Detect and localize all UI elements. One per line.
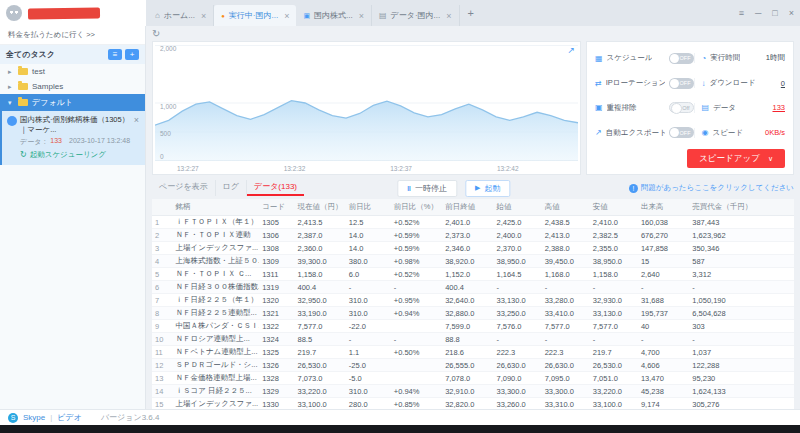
info-icon: !	[629, 184, 638, 193]
video-link[interactable]: ビデオ	[57, 412, 82, 423]
skype-icon: S	[8, 413, 18, 423]
table-row[interactable]: 1ｉＦＴＯＰＩＸ（年１）13052,413.512.5+0.52%2,401.0…	[152, 216, 794, 229]
column-header: 前日終値	[442, 199, 493, 216]
download-icon: ↓	[702, 79, 706, 88]
folder-label: test	[32, 67, 45, 76]
tab-data-domestic[interactable]: ▤データ·国内...×	[372, 5, 460, 26]
auto-export-toggle[interactable]: OFF	[669, 127, 694, 138]
folder-test[interactable]: ▸test	[0, 64, 145, 79]
table-row[interactable]: 3上場インデックスファ...13082,360.014.0+0.59%2,346…	[152, 242, 794, 255]
table-row[interactable]: 7ｉＦ日経２２５（年１）132032,950.0310.0+0.95%32,64…	[152, 294, 794, 307]
table-row[interactable]: 13ＮＦ金価格連動型上場...13287,073.0-5.07,078.07,0…	[152, 372, 794, 385]
task-icon	[7, 116, 17, 126]
data-count-value[interactable]: 133	[772, 103, 785, 112]
stock-tab-icon: ▣	[303, 12, 310, 20]
tab-close-icon[interactable]: ×	[284, 11, 289, 21]
tab-domestic-stocks[interactable]: ▣国内株式...×	[296, 5, 372, 26]
column-header: 前日比（%）	[391, 199, 442, 216]
help-text: 問題があったらここをクリックしてください	[641, 183, 794, 193]
tab-label: 国内株式...	[314, 10, 353, 21]
start-label: 起動	[484, 183, 500, 194]
view-tab-データ(133)[interactable]: データ(133)	[247, 180, 304, 196]
table-row[interactable]: 9中国Ａ株パンダ・ＣＳＩ...13227,577.0-22.07,599.07,…	[152, 320, 794, 333]
pause-button[interactable]: ‖ 一時停止	[397, 180, 457, 197]
chevron-right-icon: ▸	[8, 83, 14, 91]
task-close-icon[interactable]: ×	[134, 115, 139, 125]
stat-speed: ◉スピード0KB/s	[694, 128, 785, 138]
table-header: 銘柄コード現在値（円）前日比前日比（%）前日終値始値高値安値出来高売買代金（千円…	[152, 199, 794, 216]
tab-running-domestic[interactable]: ●実行中·国内...×	[214, 5, 296, 26]
skype-link[interactable]: Skype	[23, 413, 45, 422]
run-controls: ‖ 一時停止 ▶ 起動	[397, 180, 510, 197]
table-row[interactable]: 12ＳＰＤＲゴールド・シ...132626,530.0-25.026,555.0…	[152, 359, 794, 372]
y-tick-label: 0	[160, 153, 164, 160]
y-tick-label: 500	[160, 130, 171, 137]
tab-close-icon[interactable]: ×	[359, 11, 364, 21]
folder-デフォルト[interactable]: ▾デフォルト	[0, 94, 145, 111]
ip-icon: ⇄	[595, 79, 602, 88]
redacted-account-name	[28, 7, 100, 19]
table-row[interactable]: 11ＮＦベトナム連動型上...1325219.71.1+0.50%218.622…	[152, 346, 794, 359]
dedup-toggle[interactable]: Off	[669, 102, 694, 113]
minimize-icon[interactable]: ─	[755, 8, 761, 18]
home-tab-icon: ⌂	[155, 11, 160, 20]
folder-Samples[interactable]: ▸Samples	[0, 79, 145, 94]
task-schedule-label: 起動スケジューリング	[30, 150, 106, 160]
menu-icon[interactable]: ≡	[739, 8, 744, 18]
main-content: ↻ ↗	[146, 26, 800, 409]
table-row[interactable]: 14ｉＳコア 日経２２５...132933,220.0310.0+0.94%32…	[152, 385, 794, 398]
data_tab-tab-icon: ▤	[379, 11, 387, 20]
tab-home[interactable]: ⌂ホーム...×	[148, 5, 214, 26]
tab-label: ホーム...	[164, 10, 195, 21]
version-label: バージョン3.6.4	[101, 412, 160, 423]
brand-area	[0, 0, 146, 26]
window-controls: ≡─□×	[739, 8, 794, 18]
top-row: ↗	[152, 41, 794, 175]
list-view-icon[interactable]: ≡	[108, 49, 122, 60]
help-link[interactable]: ! 問題があったらここをクリックしてください	[629, 183, 794, 193]
close-icon[interactable]: ×	[789, 8, 794, 18]
download-value[interactable]: 0	[781, 79, 785, 88]
table-row[interactable]: 4上海株式指数・上証５０...130939,300.0380.0+0.98%38…	[152, 255, 794, 268]
chart-card: ↗	[152, 41, 581, 175]
start-button[interactable]: ▶ 起動	[465, 180, 510, 197]
tab-strip: ⌂ホーム...×●実行中·国内...×▣国内株式...×▤データ·国内...× …	[146, 0, 800, 26]
upgrade-link[interactable]: 料金を払うために行く >>	[0, 26, 145, 45]
table-row[interactable]: 5ＮＦ・ＴＯＰＩＸ Ｃ...13111,158.06.0+0.52%1,152.…	[152, 268, 794, 281]
view-tabs: ページを表示ログデータ(133)	[152, 180, 304, 196]
running-tab-icon: ●	[221, 13, 225, 19]
data-icon: ▤	[702, 103, 710, 112]
taskbar-strip	[0, 425, 800, 433]
table-row[interactable]: 2ＮＦ・ＴＯＰＩＸ連動13062,387.014.0+0.59%2,373.02…	[152, 229, 794, 242]
schedule-icon: ↻	[20, 150, 27, 159]
sidebar: 料金を払うために行く >> 全てのタスク ≡ + ▸test▸Samples▾デ…	[0, 26, 146, 409]
app-window: ⌂ホーム...×●実行中·国内...×▣国内株式...×▤データ·国内...× …	[0, 0, 800, 433]
maximize-icon[interactable]: □	[772, 8, 777, 18]
toolbar: ページを表示ログデータ(133) ‖ 一時停止 ▶ 起動 ! 問題があったらここ…	[152, 180, 794, 196]
view-tab-ページを表示[interactable]: ページを表示	[152, 180, 216, 196]
tab-close-icon[interactable]: ×	[201, 11, 206, 21]
refresh-icon[interactable]: ↻	[152, 28, 166, 40]
expand-chart-icon[interactable]: ↗	[567, 45, 575, 55]
export-icon: ↗	[595, 128, 602, 137]
table-row[interactable]: 10ＮＦロシア連動型上...132488.5--88.8-----	[152, 333, 794, 346]
folder-icon	[18, 83, 28, 90]
new-tab-button[interactable]: +	[460, 7, 482, 19]
chevron-right-icon: ▸	[8, 68, 14, 76]
task-card[interactable]: 国内株式·個別銘柄株価（1305）｜マーケ... × データ：133 2023-…	[0, 111, 145, 165]
ip-rotation-toggle[interactable]: OFF	[669, 78, 694, 89]
speed-icon: ◉	[702, 128, 709, 137]
task-tree: ▸test▸Samples▾デフォルト	[0, 64, 145, 111]
speedup-button[interactable]: スピードアップ∨	[687, 149, 785, 168]
tab-label: データ·国内...	[391, 10, 441, 21]
folder-label: Samples	[32, 82, 63, 91]
dedup-icon: ▣	[595, 103, 603, 112]
table-row[interactable]: 8ＮＦ日経２２５連動型...132133,190.0310.0+0.94%32,…	[152, 307, 794, 320]
setting-auto-export: ↗自動エクスポートOFF	[595, 127, 694, 138]
tab-close-icon[interactable]: ×	[446, 11, 451, 21]
table-row[interactable]: 6ＮＦ日経３００株価指数...1319400.4--400.4-----	[152, 281, 794, 294]
task-schedule-link[interactable]: ↻ 起動スケジューリング	[7, 150, 139, 160]
add-folder-icon[interactable]: +	[125, 49, 139, 60]
schedule-toggle[interactable]: OFF	[669, 53, 694, 64]
view-tab-ログ[interactable]: ログ	[216, 180, 247, 196]
